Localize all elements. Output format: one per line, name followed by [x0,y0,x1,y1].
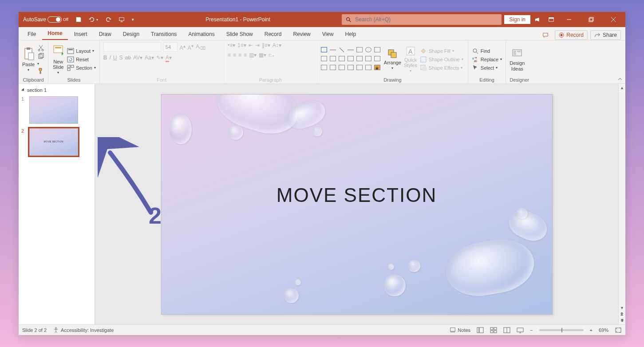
accessibility-status[interactable]: Accessibility: Investigate [53,327,114,333]
undo-button[interactable]: ▾ [86,15,101,24]
shape-fill-button[interactable]: Shape Fill▾ [420,47,463,55]
align-right-button[interactable]: ≡ [238,52,241,58]
paste-button[interactable]: Paste ▾ [22,47,35,72]
highlight-button[interactable]: ✎▾ [156,55,163,61]
search-input[interactable] [355,16,498,23]
view-normal-button[interactable] [477,327,484,333]
change-case-button[interactable]: Aa▾ [145,55,154,61]
autosave-toggle[interactable]: AutoSave Off [20,15,71,24]
select-button[interactable]: Select▾ [472,64,502,71]
decrease-font-button[interactable]: A▾ [188,43,194,51]
increase-font-button[interactable]: A▴ [180,43,186,51]
save-button[interactable] [73,15,84,24]
sign-in-button[interactable]: Sign in [504,15,530,24]
zoom-out-button[interactable]: − [530,327,533,333]
tab-insert[interactable]: Insert [69,28,93,40]
columns-button[interactable]: ▥▾ [249,52,257,58]
tab-view[interactable]: View [317,28,339,40]
arrange-button[interactable]: Arrange▾ [384,48,401,70]
search-box[interactable] [342,14,502,25]
shadow-button[interactable]: S [119,55,123,61]
quick-styles-button[interactable]: A Quick Styles▾ [404,46,417,73]
zoom-slider[interactable] [539,329,584,331]
tab-review[interactable]: Review [288,28,316,40]
char-spacing-button[interactable]: AV▾ [133,55,142,61]
clear-formatting-button[interactable]: A⌫ [196,43,205,51]
close-button[interactable] [603,12,624,27]
tab-design[interactable]: Design [118,28,145,40]
slide-panel[interactable]: section 1 1 2 MOVE SECTION [19,84,95,324]
view-reading-button[interactable] [503,327,510,333]
zoom-level[interactable]: 69% [599,327,608,333]
strikethrough-button[interactable]: ab [125,55,131,61]
font-name-input[interactable] [103,42,161,52]
section-button[interactable]: Section▾ [67,64,96,71]
align-center-button[interactable]: ≡ [233,52,236,58]
decrease-indent-button[interactable]: ⇤ [249,42,253,48]
section-header[interactable]: section 1 [21,87,92,94]
font-color-button[interactable]: A▾ [166,55,172,61]
copy-button[interactable]: ▾ [37,53,44,66]
prev-slide-button[interactable]: ⯭ [619,311,625,317]
shape-outline-button[interactable]: Shape Outline▾ [420,56,463,63]
view-sorter-button[interactable] [490,327,497,333]
share-button[interactable]: Share [590,30,621,40]
minimize-button[interactable] [559,12,579,27]
group-clipboard: Paste ▾ ▾ Clipboard [19,40,48,83]
tab-help[interactable]: Help [340,28,362,40]
bullets-button[interactable]: •≡▾ [228,42,235,48]
tab-slide-show[interactable]: Slide Show [221,28,258,40]
scroll-down-button[interactable]: ▼ [619,305,625,311]
underline-button[interactable]: U [113,55,117,61]
tab-file[interactable]: File [22,28,41,40]
thumbnail-slide-2[interactable]: 2 MOVE SECTION [21,128,92,156]
comments-button[interactable] [539,31,552,39]
tab-animations[interactable]: Animations [183,28,220,40]
maximize-button[interactable] [581,12,601,27]
tab-transitions[interactable]: Transitions [146,28,182,40]
collapse-ribbon-button[interactable] [617,76,623,82]
replace-button[interactable]: abReplace ▾ [472,56,502,63]
shape-effects-button[interactable]: Shape Effects▾ [420,64,463,71]
fit-to-window-button[interactable] [615,327,622,333]
notes-button[interactable]: Notes [450,327,470,333]
find-button[interactable]: Find [472,47,502,55]
italic-button[interactable]: I [110,55,111,61]
slide-canvas[interactable]: MOVE SECTION [162,95,552,314]
next-slide-button[interactable]: ⯯ [619,317,625,323]
new-slide-button[interactable]: New Slide ▾ [52,44,64,75]
line-spacing-button[interactable]: ‖≡▾ [262,42,270,48]
vertical-scrollbar[interactable]: ▲ ▼ ⯭ ⯯ [618,84,625,324]
coming-soon-button[interactable] [532,15,544,24]
design-ideas-button[interactable]: Design Ideas [510,47,525,71]
zoom-in-button[interactable]: + [590,327,593,333]
layout-button[interactable]: Layout▾ [67,47,96,55]
qat-customize[interactable]: ▾ [129,16,137,24]
align-text-button[interactable]: ▦▾ [259,52,266,58]
increase-indent-button[interactable]: ⇥ [255,42,260,48]
record-button[interactable]: Record [555,30,588,40]
slide-editor[interactable]: MOVE SECTION [95,84,618,324]
view-slideshow-button[interactable] [517,327,524,333]
justify-button[interactable]: ≡ [244,52,247,58]
thumbnail-slide-1[interactable]: 1 [21,96,92,124]
tab-draw[interactable]: Draw [94,28,117,40]
font-size-input[interactable] [163,42,178,52]
redo-button[interactable] [103,15,114,24]
bold-button[interactable]: B [103,55,107,61]
slide-counter[interactable]: Slide 2 of 2 [22,327,47,333]
tab-home[interactable]: Home [42,28,67,40]
present-from-start-button[interactable] [116,15,127,24]
numbering-button[interactable]: 1≡▾ [237,42,246,48]
scroll-up-button[interactable]: ▲ [619,85,625,91]
reset-button[interactable]: Reset [67,56,96,63]
ribbon-display-button[interactable] [545,15,557,24]
slide-title[interactable]: MOVE SECTION [162,184,552,206]
smartart-button[interactable]: ⎌▾ [269,52,275,58]
text-direction-button[interactable]: A↕▾ [273,42,281,48]
cut-button[interactable] [37,44,44,51]
format-painter-button[interactable] [37,67,44,75]
shapes-gallery[interactable]: ★ [321,47,381,72]
tab-record[interactable]: Record [259,28,287,40]
align-left-button[interactable]: ≡ [228,52,231,58]
